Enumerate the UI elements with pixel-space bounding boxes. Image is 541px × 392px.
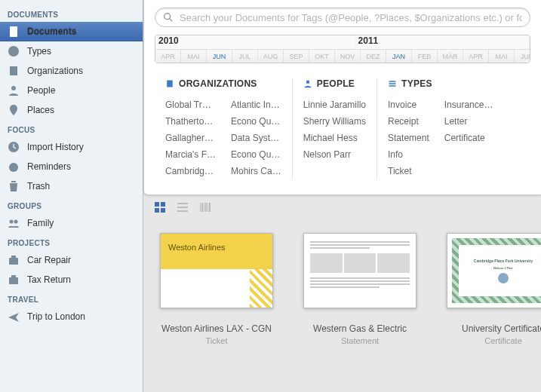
timeline-month[interactable]: APR <box>155 50 181 63</box>
facet-item[interactable]: Econo Qu… <box>231 146 281 163</box>
search-box[interactable] <box>155 8 530 27</box>
facet-item[interactable]: Ticket <box>388 163 429 179</box>
facet-item[interactable]: Marcia's F… <box>165 146 216 163</box>
svg-rect-11 <box>9 258 18 265</box>
sidebar-item-trip-london[interactable]: Trip to London <box>0 307 143 326</box>
card-thumb <box>303 233 417 308</box>
card-thumb <box>160 233 273 308</box>
timeline-month[interactable]: APR <box>463 50 489 63</box>
trash-icon <box>8 180 20 192</box>
facet-item[interactable]: Letter <box>444 113 493 130</box>
svg-point-1 <box>8 46 19 57</box>
search-icon <box>163 12 174 23</box>
sidebar-item-label: Import History <box>27 142 84 152</box>
svg-rect-13 <box>9 277 18 284</box>
svg-rect-14 <box>11 275 16 277</box>
card-weston-airlines[interactable]: Weston Airlines LAX - CGNTicket <box>160 233 273 392</box>
sidebar-item-documents[interactable]: Documents <box>0 22 143 41</box>
sidebar-item-trash[interactable]: Trash <box>0 176 143 196</box>
svg-rect-28 <box>177 210 188 212</box>
card-title: University Certificate <box>447 323 541 334</box>
timeline-month[interactable]: JUN <box>515 50 530 63</box>
svg-rect-29 <box>200 203 201 212</box>
facet-item[interactable]: Gallagher… <box>165 130 216 146</box>
card-western-gas[interactable]: Western Gas & ElectricStatement <box>303 233 417 392</box>
sidebar-item-places[interactable]: Places <box>0 100 143 120</box>
timeline-month[interactable]: MÄR <box>438 50 463 63</box>
briefcase-icon <box>8 254 20 266</box>
timeline-year[interactable]: 2011 <box>355 35 530 49</box>
svg-point-5 <box>11 86 16 90</box>
search-input[interactable] <box>180 12 522 23</box>
list-icon <box>388 79 397 88</box>
col-header: TYPES <box>401 78 432 89</box>
timeline-month[interactable]: DEZ <box>361 50 386 63</box>
facet-item[interactable]: Info <box>388 146 429 163</box>
top-panel: 20102011 APRMAIJUNJULAUGSEPOKTNOVDEZJANF… <box>143 0 541 195</box>
card-subtitle: Statement <box>303 336 417 345</box>
timeline-month[interactable]: JUN <box>207 50 232 63</box>
sidebar-header: TRAVEL <box>0 289 143 307</box>
building-icon <box>165 79 174 88</box>
sidebar-item-label: Documents <box>27 26 76 37</box>
list-view-button[interactable] <box>177 201 189 213</box>
svg-rect-0 <box>10 26 17 37</box>
facet-item[interactable]: Thatherto… <box>165 113 216 130</box>
sidebar-item-car-repair[interactable]: Car Repair <box>0 250 143 270</box>
facet-item[interactable]: Linnie Jaramillo <box>303 96 366 113</box>
col-header: ORGANIZATIONS <box>179 78 257 89</box>
facet-item[interactable]: Insurance… <box>444 96 493 113</box>
facet-item[interactable]: Receipt <box>388 113 429 130</box>
sidebar-item-label: People <box>27 85 55 96</box>
sidebar-item-reminders[interactable]: Reminders <box>0 157 143 176</box>
timeline-month[interactable]: FEB <box>412 50 438 63</box>
svg-rect-22 <box>155 202 159 207</box>
facet-item[interactable]: Sherry Williams <box>303 113 366 130</box>
timeline-month[interactable]: JAN <box>386 50 412 63</box>
facet-item[interactable]: Cambridg… <box>165 163 216 179</box>
timeline-month[interactable]: OKT <box>309 50 335 63</box>
facet-item[interactable]: Certificate <box>444 130 493 146</box>
timeline-month[interactable]: NOV <box>335 50 361 63</box>
col-header: PEOPLE <box>317 78 355 89</box>
timeline-month[interactable]: SEP <box>284 50 309 63</box>
card-university-cert[interactable]: Cambridge Place Fork UniversityNelson J … <box>447 233 541 392</box>
timeline[interactable]: 20102011 APRMAIJUNJULAUGSEPOKTNOVDEZJANF… <box>155 35 530 63</box>
svg-line-16 <box>170 19 173 22</box>
timeline-month[interactable]: MAI <box>181 50 207 63</box>
facet-item[interactable]: Michael Hess <box>303 130 366 146</box>
sidebar-item-tax-return[interactable]: Tax Return <box>0 270 143 289</box>
timeline-year[interactable]: 2010 <box>155 35 355 49</box>
facet-item[interactable]: Mohirs Ca… <box>231 163 281 179</box>
sidebar-item-people[interactable]: People <box>0 81 143 100</box>
facet-item[interactable]: Invoice <box>388 96 429 113</box>
sidebar-item-organizations[interactable]: Organizations <box>0 61 143 81</box>
sidebar-item-family[interactable]: Family <box>0 213 143 233</box>
document-grid: Weston Airlines LAX - CGNTicketWestern G… <box>143 218 541 392</box>
facet-item[interactable]: Atlantic In… <box>231 96 281 113</box>
timeline-month[interactable]: MAI <box>489 50 515 63</box>
barcode-view-button[interactable] <box>199 201 211 213</box>
timeline-month[interactable]: JUL <box>232 50 258 63</box>
pin-icon <box>8 104 20 116</box>
svg-rect-3 <box>11 68 13 69</box>
svg-rect-2 <box>10 66 17 75</box>
sidebar-item-import-history[interactable]: Import History <box>0 137 143 157</box>
sidebar-item-types[interactable]: Types <box>0 41 143 61</box>
svg-point-9 <box>10 220 14 224</box>
grid-view-button[interactable] <box>154 201 166 213</box>
sidebar-item-label: Tax Return <box>27 274 71 285</box>
facet-item[interactable]: Statement <box>388 130 429 146</box>
facet-item[interactable]: Global Tr… <box>165 96 216 113</box>
plane-icon <box>8 311 20 323</box>
facet-item[interactable]: Nelson Parr <box>303 146 366 163</box>
sidebar-header: PROJECTS <box>0 233 143 250</box>
facet-item[interactable]: Econo Qu… <box>231 113 281 130</box>
svg-rect-30 <box>201 203 203 212</box>
svg-rect-17 <box>167 81 173 87</box>
facet-columns: ORGANIZATIONS Global Tr…Thatherto…Gallag… <box>155 78 530 179</box>
timeline-month[interactable]: AUG <box>258 50 284 63</box>
svg-rect-32 <box>205 203 207 212</box>
sidebar-header: GROUPS <box>0 196 143 213</box>
facet-item[interactable]: Data Syst… <box>231 130 281 146</box>
